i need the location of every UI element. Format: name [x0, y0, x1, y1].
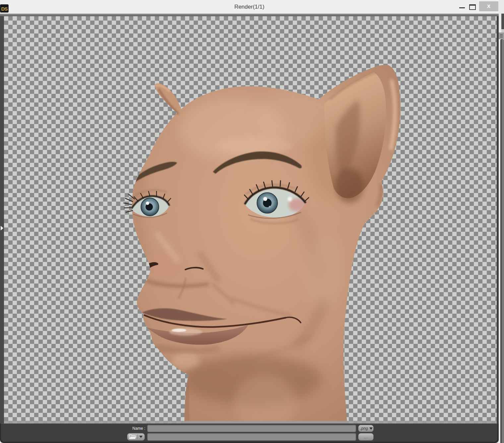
- window-frame-left: [0, 16, 4, 423]
- background-panel-edge: [501, 29, 504, 32]
- render-viewport: [4, 16, 497, 423]
- maximize-button[interactable]: [469, 4, 476, 10]
- folder-button[interactable]: [127, 433, 145, 441]
- window-frame-top: [0, 14, 499, 16]
- background-panel-edge: [501, 14, 504, 29]
- chevron-down-icon: [139, 436, 143, 438]
- filename-input[interactable]: [147, 425, 356, 432]
- window-frame-right: [497, 16, 499, 423]
- name-label: Name :: [119, 425, 145, 432]
- screen: DS Render(1/1) X: [0, 0, 504, 443]
- format-combo[interactable]: .png: [358, 425, 374, 432]
- path-input[interactable]: [147, 433, 356, 441]
- horizontal-scrollbar[interactable]: [4, 421, 497, 423]
- button-divider: [138, 434, 138, 439]
- panel-grip-icon[interactable]: [499, 32, 504, 39]
- rendered-head-image: [4, 16, 497, 423]
- browse-button[interactable]: ...: [358, 433, 374, 441]
- panel-expander-arrow[interactable]: [1, 226, 3, 230]
- window-title: Render(1/1): [0, 0, 499, 14]
- background-scrollbar[interactable]: [500, 39, 504, 443]
- folder-icon: [129, 434, 137, 440]
- close-button[interactable]: X: [479, 1, 498, 11]
- render-window: DS Render(1/1) X: [0, 0, 499, 443]
- minimize-button[interactable]: [459, 7, 465, 8]
- format-value: .png: [360, 426, 368, 431]
- chevron-down-icon: [369, 427, 373, 430]
